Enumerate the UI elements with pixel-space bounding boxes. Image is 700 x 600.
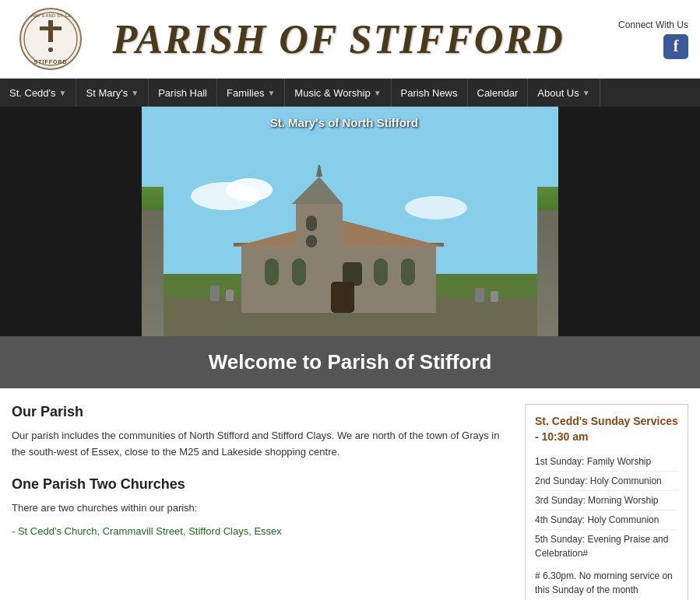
facebook-icon[interactable]: f [663, 34, 688, 59]
chevron-down-icon: ▼ [374, 89, 382, 97]
svg-point-8 [226, 178, 273, 202]
hero-caption: St. Mary's of North Stifford [270, 116, 418, 129]
nav-item-parish-hall[interactable]: Parish Hall [149, 79, 217, 107]
sidebar-note: # 6.30pm. No morning service on this Sun… [535, 569, 678, 597]
nav-item-calendar[interactable]: Calendar [468, 79, 529, 107]
svg-rect-27 [226, 289, 234, 301]
logo-area: STIFFORD ST. MARY'S AND ST. CEDD'S [12, 8, 90, 70]
right-sidebar: St. Cedd's Sunday Services - 10:30 am 1s… [525, 404, 688, 600]
svg-rect-28 [475, 288, 484, 302]
svg-point-3 [48, 47, 53, 52]
site-title: PARISH OF STIFFORD [90, 16, 587, 62]
sidebar-service-item: 5th Sunday: Evening Praise and Celebrati… [535, 530, 678, 563]
sidebar-service-item: 1st Sunday: Family Worship [535, 452, 678, 472]
connect-area: Connect With Us f [587, 19, 688, 59]
chevron-down-icon: ▼ [131, 89, 139, 97]
chevron-down-icon: ▼ [267, 89, 275, 97]
sidebar-service-item: 4th Sunday: Holy Communion [535, 511, 678, 530]
connect-label: Connect With Us [587, 19, 688, 30]
svg-point-9 [405, 196, 467, 219]
our-parish-heading: Our Parish [12, 404, 509, 420]
main-content: Our Parish Our parish includes the commu… [0, 388, 700, 600]
hero-image: St. Mary's of North Stifford [142, 107, 558, 336]
hero-right-dark [558, 107, 700, 336]
welcome-banner: Welcome to Parish of Stifford [0, 336, 700, 388]
chevron-down-icon: ▼ [582, 89, 590, 97]
sidebar-title: St. Cedd's Sunday Services - 10:30 am [535, 414, 678, 444]
sidebar-service-item: 3rd Sunday: Morning Worship [535, 491, 678, 511]
church-link-text: - St Cedd's Church, Crammavill Street, S… [12, 524, 509, 540]
left-content: Our Parish Our parish includes the commu… [12, 404, 509, 600]
svg-rect-19 [306, 235, 317, 247]
hero-left-dark [0, 107, 142, 336]
sidebar-service-item: 2nd Sunday: Holy Communion [535, 472, 678, 491]
nav-item-music---worship[interactable]: Music & Worship▼ [285, 79, 391, 107]
svg-rect-1 [48, 20, 53, 42]
svg-rect-2 [40, 26, 62, 30]
svg-text:ST. MARY'S AND ST. CEDD'S: ST. MARY'S AND ST. CEDD'S [21, 13, 80, 18]
our-parish-text: Our parish includes the communities of N… [12, 428, 509, 461]
sidebar-box: St. Cedd's Sunday Services - 10:30 am 1s… [525, 404, 688, 600]
nav-item-st-mary-s[interactable]: St Mary's▼ [76, 79, 149, 107]
svg-text:STIFFORD: STIFFORD [34, 59, 68, 65]
nav-item-families[interactable]: Families▼ [217, 79, 285, 107]
svg-rect-26 [210, 286, 220, 301]
welcome-text: Welcome to Parish of Stifford [209, 350, 492, 374]
two-churches-text: There are two churches within our parish… [12, 500, 509, 517]
svg-rect-18 [306, 216, 317, 231]
svg-rect-29 [491, 291, 498, 302]
nav-item-st--cedd-s[interactable]: St. Cedd's▼ [0, 79, 76, 107]
two-churches-heading: One Parish Two Churches [12, 476, 509, 493]
church-link[interactable]: - St Cedd's Church, Crammavill Street, S… [12, 525, 282, 537]
header: STIFFORD ST. MARY'S AND ST. CEDD'S PARIS… [0, 0, 700, 79]
nav-item-parish-news[interactable]: Parish News [392, 79, 468, 107]
logo-icon: STIFFORD ST. MARY'S AND ST. CEDD'S [19, 8, 82, 70]
svg-rect-23 [401, 258, 415, 286]
svg-rect-21 [292, 258, 306, 286]
sidebar-services: 1st Sunday: Family Worship2nd Sunday: Ho… [535, 452, 678, 563]
nav-item-about-us[interactable]: About Us▼ [528, 79, 600, 107]
church-illustration [164, 165, 537, 336]
site-title-area: PARISH OF STIFFORD [90, 16, 587, 62]
svg-rect-20 [265, 258, 279, 286]
hero-area: St. Mary's of North Stifford [0, 107, 700, 336]
svg-rect-22 [374, 258, 388, 286]
svg-rect-25 [331, 282, 354, 313]
navbar: St. Cedd's▼St Mary's▼Parish HallFamilies… [0, 79, 700, 107]
chevron-down-icon: ▼ [59, 89, 67, 97]
